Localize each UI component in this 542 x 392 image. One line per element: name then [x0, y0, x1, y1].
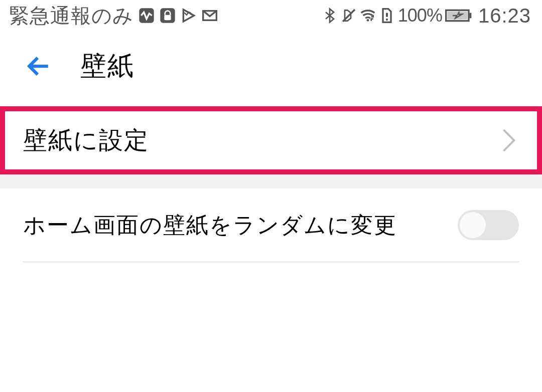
status-left: 緊急通報のみ — [9, 2, 218, 30]
clock: 16:23 — [478, 5, 531, 27]
row-random-wallpaper-label: ホーム画面の壁紙をランダムに変更 — [23, 211, 397, 240]
section-divider — [0, 174, 542, 188]
header: 壁紙 — [0, 31, 542, 101]
lock-icon — [160, 8, 176, 24]
row-set-wallpaper[interactable]: 壁紙に設定 — [0, 106, 542, 174]
status-right: 100% 16:23 — [322, 5, 531, 27]
svg-rect-2 — [164, 15, 171, 21]
back-button[interactable] — [25, 54, 50, 79]
play-icon — [181, 8, 197, 24]
wifi-icon — [360, 8, 376, 24]
random-wallpaper-toggle[interactable] — [458, 210, 519, 240]
svg-rect-10 — [469, 13, 471, 19]
status-bar: 緊急通報のみ 100% 16:23 — [0, 0, 542, 31]
battery-icon — [445, 8, 472, 24]
carrier-text: 緊急通報のみ — [9, 2, 133, 30]
mute-icon — [341, 8, 357, 24]
page-title: 壁紙 — [80, 49, 134, 84]
bluetooth-icon — [322, 8, 338, 24]
row-random-wallpaper: ホーム画面の壁紙をランダムに変更 — [0, 188, 542, 262]
svg-marker-3 — [183, 10, 194, 22]
chevron-right-icon — [501, 132, 517, 148]
toggle-knob — [460, 212, 486, 238]
row-set-wallpaper-label: 壁紙に設定 — [23, 124, 149, 156]
svg-point-6 — [366, 19, 369, 22]
battery-percent: 100% — [398, 5, 442, 26]
svg-point-8 — [386, 19, 388, 21]
row-divider — [23, 262, 519, 262]
sim-warning-icon — [379, 8, 395, 24]
mail-icon — [202, 8, 218, 24]
activity-icon — [139, 8, 155, 24]
